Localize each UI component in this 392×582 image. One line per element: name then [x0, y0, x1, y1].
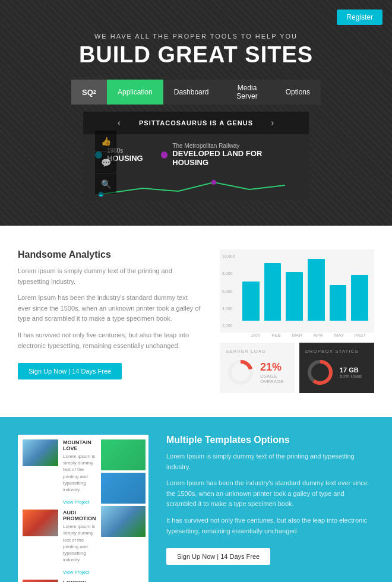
card-mountain-content: MOUNTAIN LOVE Lorem ipsum is simply dumm…: [63, 439, 96, 506]
server-load-value: 21%: [260, 361, 289, 374]
navbar: SQ2 Application Dashboard Media Server O…: [71, 80, 321, 105]
bar-y-axis: 10,000 8,000 6,000 4,000 2,000: [220, 249, 237, 333]
nav-item-media-server[interactable]: Media Server: [219, 80, 274, 105]
sidebar-icon-chat[interactable]: 💬: [95, 152, 116, 173]
analytics-right: 10,000 8,000 6,000 4,000 2,000 JAN FEB M…: [220, 249, 374, 393]
bar-jan: [242, 281, 260, 321]
bar-may: [330, 285, 347, 321]
card-audi-content: AUDI PROMOTION Lorem ipsum is simply dum…: [63, 510, 96, 576]
analytics-signup-button[interactable]: Sign Up Now | 14 Days Free: [18, 363, 122, 379]
sidebar-icons: 👍 💬 🔍: [95, 131, 116, 195]
bar-feb: [264, 263, 282, 321]
bar-chart-wrapper: 10,000 8,000 6,000 4,000 2,000 JAN FEB M…: [220, 249, 374, 338]
analytics-section: Handsome Analytics Lorem ipsum is simply…: [0, 226, 392, 417]
stats-row: SERVER LOAD 21% USAGE OVERAGE DROPBOX ST…: [220, 343, 374, 393]
thumb-tube: [23, 580, 58, 582]
rc-thumb-1: [101, 439, 146, 470]
hero-section: Register WE HAVE ALL THE PROPER TOOLS TO…: [0, 0, 392, 226]
dash-stat-railway-text: The Metropolitan Railway DEVELOPED LAND …: [172, 143, 297, 167]
dropbox-card: DROPBOX STATICS 17 GB 60% Used: [299, 343, 374, 393]
blue-para-1: Lorem Ipsum is simply dummy text of the …: [166, 451, 374, 472]
template-card-mountain: MOUNTAIN LOVE Lorem ipsum is simply dumm…: [18, 435, 148, 582]
nav-logo-sup: 2: [93, 89, 96, 95]
dashboard-body: 1980s HOUSING The Metropolitan Railway D…: [83, 134, 309, 176]
thumb-mountain: [23, 439, 58, 466]
card-mountain-text: Lorem ipsum is simply dummy text of the …: [63, 453, 96, 493]
y-label-2: 8,000: [222, 271, 235, 276]
server-load-donut: 21% USAGE OVERAGE: [226, 358, 289, 387]
nav-item-dashboard[interactable]: Dashboard: [163, 80, 220, 105]
template-card-inner: MOUNTAIN LOVE Lorem ipsum is simply dumm…: [23, 439, 144, 582]
x-label-feb: FEB: [268, 333, 284, 338]
analytics-para-1: Lorem ipsum is simply dummy text of the …: [18, 266, 202, 287]
dropbox-chart: [305, 358, 335, 387]
y-label-4: 4,000: [222, 306, 235, 311]
server-load-title: SERVER LOAD: [226, 349, 289, 354]
card-tube-content: LONDON TUBE Lorem ipsum is simply dummy …: [63, 580, 96, 582]
x-label-past: PAST: [352, 333, 368, 338]
card-audi-title: AUDI PROMOTION: [63, 510, 96, 521]
nav-logo: SQ2: [71, 80, 107, 105]
analytics-left: Handsome Analytics Lorem ipsum is simply…: [18, 249, 202, 393]
rc-thumb-2: [101, 473, 146, 504]
card-audi-inner: AUDI PROMOTION Lorem ipsum is simply dum…: [23, 510, 96, 576]
blue-para-2: Lorem Ipsum has been the industry's stan…: [166, 478, 374, 510]
dashboard-heading: PSITTACOSAURUS IS A GENUS: [139, 119, 253, 126]
blue-signup-button[interactable]: Sign Up Now | 14 Days Free: [166, 548, 270, 565]
blue-title: Multiple Templates Options: [166, 435, 374, 445]
server-load-chart: [226, 358, 255, 387]
analytics-para-3: It has survived not only five centuries,…: [18, 330, 202, 351]
rc-thumb-3: [101, 506, 146, 537]
dropbox-title: DROPBOX STATICS: [305, 349, 368, 354]
y-label-5: 2,000: [222, 324, 235, 328]
dash-stat-railway: The Metropolitan Railway DEVELOPED LAND …: [161, 143, 297, 167]
server-load-values: 21% USAGE OVERAGE: [260, 361, 289, 384]
bar-mar: [286, 272, 303, 321]
railway-label: DEVELOPED LAND FOR HOUSING: [172, 149, 297, 167]
dashboard-header: ‹ PSITTACOSAURUS IS A GENUS ›: [83, 112, 309, 134]
x-label-jan: JAN: [247, 333, 263, 338]
template-cards: MOUNTAIN LOVE Lorem ipsum is simply dumm…: [18, 435, 148, 582]
blue-para-3: It has survived not only five centuries,…: [166, 515, 374, 536]
svg-point-1: [211, 180, 216, 185]
dashboard-card: ‹ PSITTACOSAURUS IS A GENUS › 1980s HOUS…: [83, 112, 309, 200]
card-mountain-link[interactable]: View Project: [63, 499, 89, 505]
y-label-1: 10,000: [222, 254, 235, 258]
card-tube-inner: LONDON TUBE Lorem ipsum is simply dummy …: [23, 580, 96, 582]
thumb-car: [23, 510, 58, 536]
card-audi-text: Lorem ipsum is simply dummy text of the …: [63, 523, 96, 563]
blue-content: Multiple Templates Options Lorem Ipsum i…: [166, 435, 374, 582]
prev-arrow[interactable]: ‹: [118, 118, 121, 128]
sidebar-icon-like[interactable]: 👍: [95, 131, 116, 152]
card-tube-title: LONDON TUBE: [63, 580, 96, 582]
dropbox-donut: 17 GB 60% Used: [305, 358, 368, 387]
card-mountain-inner: MOUNTAIN LOVE Lorem ipsum is simply dumm…: [23, 439, 96, 506]
nav-item-options[interactable]: Options: [275, 80, 321, 105]
dot-purple: [161, 151, 168, 159]
bar-past: [351, 275, 368, 321]
x-label-may: MAY: [331, 333, 347, 338]
hero-title: BUILD GREAT SITES: [79, 42, 313, 68]
right-cards-col: [101, 439, 146, 582]
x-label-mar: MAR: [289, 333, 305, 338]
railway-subtitle: The Metropolitan Railway: [172, 143, 297, 149]
bar-x-labels: JAN FEB MAR APR MAY PAST: [220, 333, 374, 338]
blue-section: MOUNTAIN LOVE Lorem ipsum is simply dumm…: [0, 417, 392, 582]
x-label-apr: APR: [310, 333, 326, 338]
dropbox-sub: 60% Used: [340, 374, 362, 379]
next-arrow[interactable]: ›: [271, 118, 274, 128]
bar-chart: 10,000 8,000 6,000 4,000 2,000: [220, 249, 374, 333]
register-button[interactable]: Register: [337, 10, 382, 25]
card-audi-link[interactable]: View Project: [63, 570, 89, 575]
nav-item-application[interactable]: Application: [107, 80, 163, 105]
y-label-3: 6,000: [222, 289, 235, 293]
bar-apr: [308, 259, 325, 321]
dropbox-value: 17 GB: [340, 366, 362, 374]
server-load-card: SERVER LOAD 21% USAGE OVERAGE: [220, 343, 295, 393]
analytics-para-2: Lorem Ipsum has been the industry's stan…: [18, 293, 202, 324]
blue-section-wrapper: MOUNTAIN LOVE Lorem ipsum is simply dumm…: [0, 417, 392, 582]
analytics-title: Handsome Analytics: [18, 249, 202, 260]
card-mountain-title: MOUNTAIN LOVE: [63, 439, 96, 451]
sidebar-icon-search[interactable]: 🔍: [95, 173, 116, 195]
left-cards: MOUNTAIN LOVE Lorem ipsum is simply dumm…: [23, 439, 96, 582]
